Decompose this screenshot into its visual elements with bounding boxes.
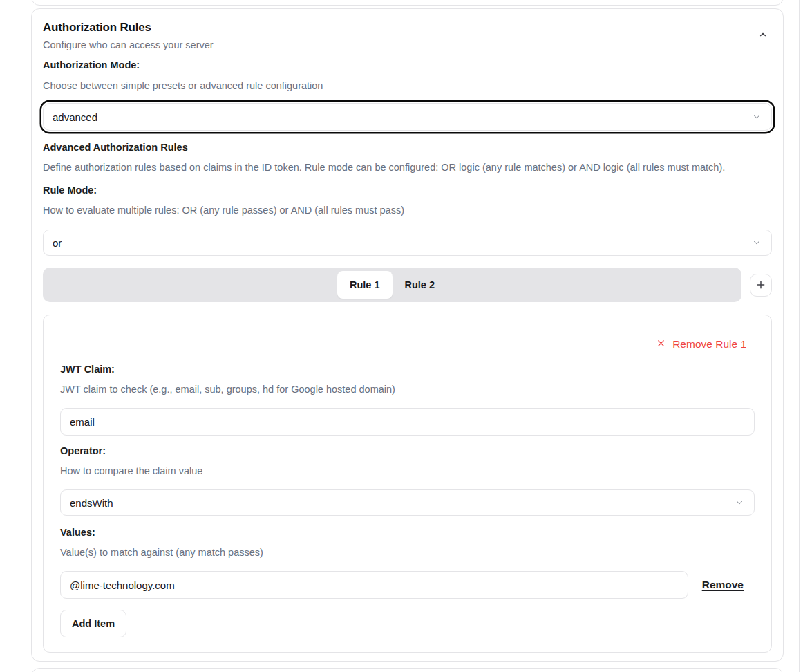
chevron-down-icon [735,498,744,507]
jwt-claim-description: JWT claim to check (e.g., email, sub, gr… [60,384,755,395]
authorization-mode-select-value: advanced [53,111,97,123]
authorization-mode-select[interactable]: advanced [43,103,772,131]
rules-tabs-row: Rule 1 Rule 2 [43,268,772,302]
operator-label: Operator: [60,446,755,456]
remove-rule-button[interactable]: Remove Rule 1 [648,332,755,357]
advanced-rules-description: Define authorization rules based on clai… [43,162,772,173]
authorization-mode-label: Authorization Mode: [43,60,772,71]
values-description: Value(s) to match against (any match pas… [60,548,755,558]
card-header: Authorization Rules Configure who can ac… [43,21,772,50]
authorization-mode-description: Choose between simple presets or advance… [43,81,772,91]
next-section-card [31,668,784,672]
jwt-claim-label: JWT Claim: [60,364,755,375]
chevron-down-icon [752,112,762,122]
rules-tab-list: Rule 1 Rule 2 [43,268,741,302]
rule-1-card: Remove Rule 1 JWT Claim: JWT claim to ch… [43,315,772,653]
add-rule-button[interactable] [750,274,772,297]
operator-description: How to compare the claim value [60,466,755,476]
value-input[interactable] [60,571,688,599]
rule-mode-label: Rule Mode: [43,185,772,196]
operator-select[interactable]: endsWith [60,489,755,516]
card-subtitle: Configure who can access your server [43,39,214,50]
values-label: Values: [60,528,755,538]
tab-rule-1[interactable]: Rule 1 [337,271,393,299]
rule-mode-select-value: or [53,237,62,249]
remove-value-link[interactable]: Remove [702,579,744,591]
x-icon [656,338,666,351]
card-header-text: Authorization Rules Configure who can ac… [43,21,214,50]
rule-mode-description: How to evaluate multiple rules: OR (any … [43,205,772,216]
rule-mode-select[interactable]: or [43,230,772,256]
remove-rule-row: Remove Rule 1 [60,332,755,357]
card-title: Authorization Rules [43,21,214,34]
authorization-rules-card: Authorization Rules Configure who can ac… [31,8,784,662]
tab-rule-2[interactable]: Rule 2 [393,271,448,299]
value-item-row: Remove [60,571,755,599]
plus-icon [755,279,766,290]
jwt-claim-input[interactable] [60,408,755,436]
remove-rule-label: Remove Rule 1 [672,338,746,351]
operator-select-value: endsWith [70,497,113,509]
previous-section-card [31,0,784,6]
add-item-button[interactable]: Add Item [60,610,126,637]
chevron-up-icon [758,31,768,41]
chevron-down-icon [752,238,762,248]
collapse-section-button[interactable] [755,27,771,42]
advanced-rules-label: Advanced Authorization Rules [43,142,772,153]
settings-page: Authorization Rules Configure who can ac… [0,0,803,672]
